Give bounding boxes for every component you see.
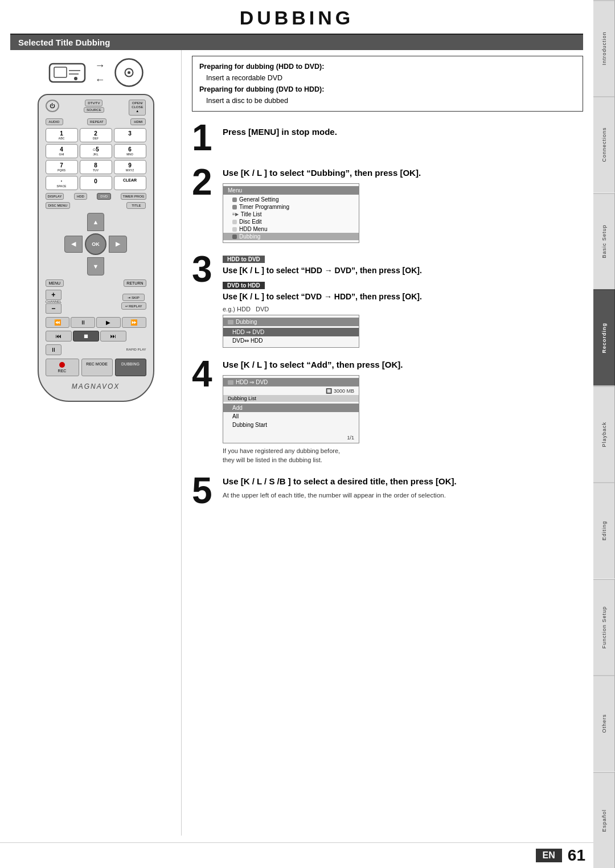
badge-hdd-to-dvd: HDD to DVD [223, 256, 265, 263]
step-4-content: Use [K / L ] to select “Add”, then press… [223, 356, 583, 464]
step-1-number: 1 [192, 120, 217, 156]
dubbing-item-hdd-dvd: HDD ⇒ DVD [223, 328, 359, 336]
step4-add-item: Add [223, 404, 359, 412]
dvd-button[interactable]: DVD [97, 193, 111, 200]
rewind-button[interactable]: ⏪ [46, 317, 70, 328]
eg-text: e.g.) HDD DVD [223, 306, 583, 312]
dpad-down-button[interactable]: ▼ [87, 257, 104, 275]
sidebar-tab-playback[interactable]: Playback [593, 386, 615, 482]
step4-page-num: 1/1 [223, 435, 359, 441]
dubbing-button[interactable]: DUBBING [115, 359, 146, 376]
menu-item-titlelist: ≡▶ Title List [223, 211, 359, 218]
channel-plus-button[interactable]: + [46, 290, 62, 300]
step-3-screen: Dubbing HDD ⇒ DVD DVD⇔ HDD [223, 315, 359, 348]
rapid-play-label: RAPID PLAY [126, 348, 146, 352]
play-button[interactable]: ▶ [96, 317, 121, 328]
menu-button[interactable]: MENU [46, 279, 64, 287]
sidebar-tab-basic-setup[interactable]: Basic Setup [593, 193, 615, 289]
prep-dvd-hdd-text: Insert a disc to be dubbed [199, 95, 576, 106]
standby-button[interactable]: ⏻ [46, 100, 59, 112]
prep-hdd-dvd-text: Insert a recordable DVD [199, 72, 576, 84]
fast-forward-button[interactable]: ⏩ [122, 317, 146, 328]
step-4: 4 Use [K / L ] to select “Add”, then pre… [192, 356, 583, 464]
dtv-tv-button[interactable]: DTV/TV [85, 100, 102, 106]
sidebar-tab-connections[interactable]: Connections [593, 96, 615, 192]
skip-button[interactable]: ⇥ SKIP [122, 294, 144, 301]
sidebar-tab-others[interactable]: Others [593, 675, 615, 771]
dpad-right-button[interactable]: ▶ [109, 236, 127, 253]
section-header: Selected Title Dubbing [10, 35, 583, 50]
sidebar-tab-function-setup[interactable]: Function Setup [593, 579, 615, 675]
sidebar-tab-espanol[interactable]: Español [593, 772, 615, 868]
step-4-note: If you have registered any dubbing befor… [223, 447, 583, 464]
open-close-button[interactable]: OPEN/CLOSE▲ [129, 100, 146, 116]
sidebar-tab-recording[interactable]: Recording [593, 289, 615, 385]
step-2-screen: Menu General Setting Timer Programming ≡… [223, 183, 359, 243]
num-0-button[interactable]: 0 [80, 176, 112, 190]
pause-button[interactable]: ⏸ [71, 317, 95, 328]
channel-minus-button[interactable]: − [46, 303, 62, 314]
step-3-instruction-hdd: Use [K / L ] to select “HDD → DVD”, then… [223, 265, 583, 276]
svg-point-7 [128, 71, 130, 74]
step-5-instruction: Use [K / L / S /B ] to select a desired … [223, 476, 583, 487]
num-1-button[interactable]: 1ABC [46, 128, 78, 142]
num-7-button[interactable]: 7PQRS [46, 160, 78, 174]
num-6-button[interactable]: 6MNO [114, 144, 146, 158]
step-1-instruction: Press [MENU] in stop mode. [223, 126, 583, 138]
num-5-button[interactable]: ○5JKL [80, 144, 112, 158]
badge-dvd-to-hdd: DVD to HDD [223, 282, 265, 289]
dpad-up-button[interactable]: ▲ [87, 213, 104, 231]
step-2: 2 Use [K / L ] to select “Dubbing”, then… [192, 164, 583, 243]
clear-button[interactable]: CLEAR [114, 176, 146, 190]
hdmi-button[interactable]: HDMI [130, 118, 146, 125]
step-5-subnote: At the upper left of each title, the num… [223, 491, 583, 500]
hdd-button[interactable]: HDD [74, 193, 87, 200]
num-8-button[interactable]: 8TUV [80, 160, 112, 174]
rec-mode-button[interactable]: REC MODE [81, 359, 113, 376]
num-9-button[interactable]: 9WXYZ [114, 160, 146, 174]
replay-button[interactable]: ↩ REPLAY [121, 302, 146, 310]
next-button[interactable]: ⏭ [100, 331, 126, 342]
screen-menu-bar: Menu [223, 186, 359, 195]
prev-button[interactable]: ⏮ [46, 331, 72, 342]
audio-button[interactable]: AUDIO [46, 118, 63, 125]
remote-control: ⏻ DTV/TV SOURCE OPEN/CLOSE▲ AUDIO REPEAT… [38, 94, 154, 402]
num-4-button[interactable]: 4GHI [46, 144, 78, 158]
dpad-left-button[interactable]: ◀ [64, 236, 83, 253]
sidebar-tab-editing[interactable]: Editing [593, 482, 615, 578]
svg-point-4 [74, 77, 77, 80]
step-1: 1 Press [MENU] in stop mode. [192, 120, 583, 156]
prep-box: Preparing for dubbing (HDD to DVD): Inse… [192, 56, 583, 112]
channel-label: CHANNEL [46, 300, 62, 303]
dubbing-item-dvd-hdd: DVD⇔ HDD [223, 336, 359, 345]
display-button[interactable]: DISPLAY [46, 193, 64, 200]
num-2-button[interactable]: 2DEF [80, 128, 112, 142]
num-3-button[interactable]: 3 [114, 128, 146, 142]
stop-button[interactable]: ⏹ [73, 331, 99, 342]
step-3-content: HDD to DVD Use [K / L ] to select “HDD →… [223, 251, 583, 348]
step-3: 3 HDD to DVD Use [K / L ] to select “HDD… [192, 251, 583, 348]
left-column: → ← ⏻ DTV/TV SOURCE OPEN/CLO [10, 50, 181, 836]
timer-prog-button[interactable]: TIMER PROG [121, 193, 146, 200]
pause2-button[interactable]: ⏸ [46, 344, 62, 355]
right-sidebar: Introduction Connections Basic Setup Rec… [593, 0, 615, 868]
step-5-content: Use [K / L / S /B ] to select a desired … [223, 472, 583, 509]
title-button[interactable]: TITLE [126, 202, 146, 209]
rec-button[interactable]: REC [46, 359, 79, 376]
ok-button[interactable]: OK [85, 233, 106, 255]
step-3-instruction-dvd: Use [K / L ] to select “DVD → HDD”, then… [223, 291, 583, 302]
step4-title-row: HDD ⇒ DVD [223, 378, 359, 386]
repeat-button[interactable]: REPEAT [87, 118, 106, 125]
dubbing-screen-title: Dubbing [223, 318, 359, 326]
return-button[interactable]: RETURN [124, 279, 146, 287]
step4-capacity: 🔲 3000 MB [223, 388, 359, 394]
prep-dvd-hdd-label: Preparing for dubbing (DVD to HDD): [199, 85, 324, 93]
dot-button[interactable]: ·SPACE [46, 176, 78, 190]
dvd-device-icon [113, 57, 145, 88]
step-4-screen: HDD ⇒ DVD 🔲 3000 MB Dubbing List Add All… [223, 375, 359, 443]
menu-item-discedit: Disc Edit [223, 218, 359, 225]
disc-menu-button[interactable]: DISC MENU [46, 202, 71, 209]
en-badge: EN [536, 849, 562, 862]
source-button[interactable]: SOURCE [84, 107, 104, 113]
sidebar-tab-introduction[interactable]: Introduction [593, 0, 615, 96]
